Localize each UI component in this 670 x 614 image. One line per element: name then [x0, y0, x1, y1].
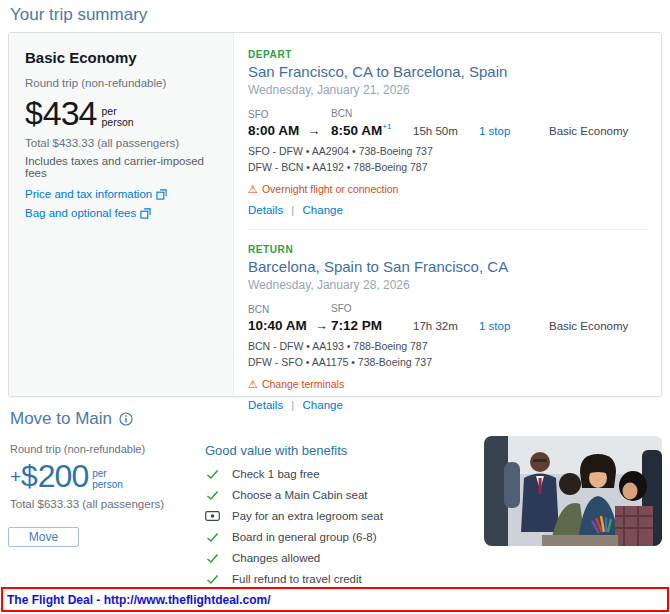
benefit-item: Changes allowed: [205, 552, 472, 564]
upsell-total: Total $633.33 (all passengers): [10, 498, 205, 510]
benefit-item: Full refund to travel credit: [205, 573, 472, 585]
segment-line: BCN - DFW • AA193 • 788-Boeing 787: [248, 338, 647, 354]
popup-window-icon: [140, 208, 151, 219]
page-title: Your trip summary: [10, 5, 147, 25]
flight-slice-return: RETURN Barcelona, Spain to San Francisco…: [248, 244, 647, 411]
slice-direction-label: RETURN: [248, 244, 647, 255]
change-link[interactable]: Change: [303, 204, 343, 216]
flight-duration: 17h 32m: [413, 320, 479, 333]
slice-date: Wednesday, January 28, 2026: [248, 278, 647, 292]
trip-summary-card: Basic Economy Round trip (non-refundable…: [8, 32, 662, 397]
price-tax-info-link[interactable]: Price and tax information: [25, 188, 152, 200]
depart-time: 8:00 AM: [248, 123, 299, 138]
fare-price: $ 434 per person: [25, 97, 217, 129]
fare-includes-note: Includes taxes and carrier-imposed fees: [25, 155, 217, 179]
currency-symbol: $: [21, 461, 38, 491]
money-icon: [205, 511, 220, 521]
cabin-photo-illustration: [484, 436, 662, 546]
currency-symbol: $: [25, 97, 43, 129]
stops-link[interactable]: 1 stop: [479, 125, 510, 137]
cabin-name: Basic Economy: [549, 125, 647, 138]
plus-sign: +: [10, 466, 21, 488]
check-icon: [206, 574, 219, 585]
benefits-panel: Good value with benefits Check 1 bag fre…: [205, 443, 472, 594]
upsell-price-panel: Round trip (non-refundable) + $ 200 per …: [10, 443, 205, 594]
check-icon: [206, 469, 219, 480]
benefit-item: Choose a Main Cabin seat: [205, 489, 472, 501]
slice-route: Barcelona, Spain to San Francisco, CA: [248, 258, 647, 275]
warning-icon: ⚠: [248, 379, 258, 390]
benefit-item: Board in general group (6-8): [205, 531, 472, 543]
segment-list: BCN - DFW • AA193 • 788-Boeing 787 DFW -…: [248, 338, 647, 371]
check-icon: [206, 490, 219, 501]
slice-route: San Francisco, CA to Barcelona, Spain: [248, 63, 647, 80]
arrive-airport-code: BCN: [331, 108, 413, 119]
fare-trip-type: Round trip (non-refundable): [25, 77, 217, 89]
cabin-photo: [484, 436, 662, 546]
check-icon: [206, 553, 219, 564]
next-day-indicator: +1: [382, 122, 391, 131]
warning-icon: ⚠: [248, 184, 258, 195]
benefit-item: Pay for an extra legroom seat: [205, 510, 472, 522]
fare-name: Basic Economy: [25, 49, 217, 66]
flight-warning: ⚠ Change terminals: [248, 378, 647, 390]
slice-divider: [248, 229, 647, 230]
link-separator: |: [291, 204, 294, 216]
depart-time: 10:40 AM: [248, 318, 307, 333]
popup-window-icon: [156, 189, 167, 200]
depart-airport-code: BCN: [248, 304, 331, 315]
arrow-right-icon: →: [315, 318, 328, 333]
arrive-airport-code: SFO: [331, 303, 413, 314]
fare-total: Total $433.33 (all passengers): [25, 137, 217, 149]
depart-airport-code: SFO: [248, 109, 331, 120]
deal-banner: The Flight Deal - http://www.theflightde…: [1, 587, 669, 612]
slice-date: Wednesday, January 21, 2026: [248, 83, 647, 97]
info-icon[interactable]: [119, 412, 133, 426]
slice-direction-label: DEPART: [248, 49, 647, 60]
bag-optional-fees-link[interactable]: Bag and optional fees: [25, 207, 136, 219]
stops-link[interactable]: 1 stop: [479, 320, 510, 332]
upsell-price: + $ 200 per person: [10, 461, 205, 491]
segment-list: SFO - DFW • AA2904 • 738-Boeing 737 DFW …: [248, 143, 647, 176]
upsell-title: Move to Main: [10, 409, 112, 429]
flight-slice-depart: DEPART San Francisco, CA to Barcelona, S…: [248, 49, 647, 216]
benefits-title: Good value with benefits: [205, 443, 472, 458]
segment-line: DFW - BCN • AA192 • 788-Boeing 787: [248, 159, 647, 175]
check-icon: [206, 532, 219, 543]
move-to-main-section: Move to Main Round trip (non-refundable)…: [10, 409, 662, 594]
price-amount: 200: [38, 461, 88, 491]
upsell-trip-type: Round trip (non-refundable): [10, 443, 205, 455]
flights-panel: DEPART San Francisco, CA to Barcelona, S…: [234, 33, 661, 396]
arrive-time: 8:50 AM: [331, 123, 382, 138]
fare-panel: Basic Economy Round trip (non-refundable…: [9, 33, 234, 396]
flight-summary-row: BCN 10:40 AM→ SFO 7:12 PM 17h 32m 1 stop…: [248, 303, 647, 333]
per-person-label: per person: [102, 106, 134, 128]
arrow-right-icon: →: [307, 123, 320, 138]
per-person-label: per person: [92, 469, 123, 490]
segment-line: DFW - SFO • AA1175 • 738-Boeing 737: [248, 354, 647, 370]
segment-line: SFO - DFW • AA2904 • 738-Boeing 737: [248, 143, 647, 159]
move-button[interactable]: Move: [8, 527, 79, 547]
flight-duration: 15h 50m: [413, 125, 479, 138]
price-amount: 434: [43, 97, 97, 129]
flight-warning: ⚠ Overnight flight or connection: [248, 183, 647, 195]
benefit-item: Check 1 bag free: [205, 468, 472, 480]
details-link[interactable]: Details: [248, 204, 283, 216]
cabin-name: Basic Economy: [549, 320, 647, 333]
arrive-time: 7:12 PM: [331, 318, 382, 333]
flight-deal-link[interactable]: The Flight Deal - http://www.theflightde…: [7, 593, 271, 607]
flight-summary-row: SFO 8:00 AM→ BCN 8:50 AM+1 15h 50m 1 sto…: [248, 108, 647, 138]
